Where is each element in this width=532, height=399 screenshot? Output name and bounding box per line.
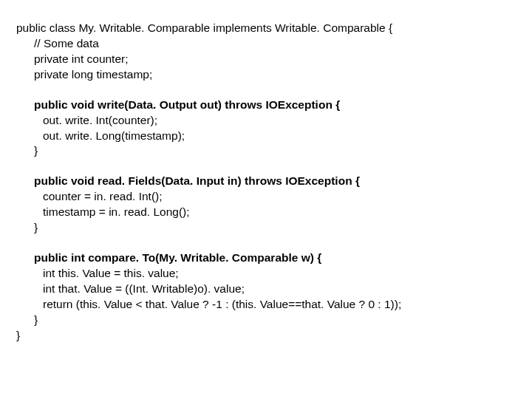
code-line: } [16,328,517,344]
blank-line [16,83,517,98]
blank-line [16,159,517,174]
code-line: out. write. Long(timestamp); [16,129,517,144]
code-line: out. write. Int(counter); [16,113,517,129]
blank-line [16,236,517,250]
code-line: // Some data [16,36,517,52]
code-line: private long timestamp; [16,67,517,83]
code-line: } [16,313,517,328]
code-line: return (this. Value < that. Value ? -1 :… [16,297,517,313]
code-line: int this. Value = this. value; [16,266,517,282]
code-slide: public class My. Writable. Comparable im… [0,0,532,358]
code-line: } [16,143,517,159]
code-line: counter = in. read. Int(); [16,189,517,205]
code-line: public void write(Data. Output out) thro… [16,98,517,113]
code-line: private int counter; [16,52,517,67]
code-line: int that. Value = ((Int. Writable)o). va… [16,282,517,297]
code-line: } [16,220,517,236]
code-line: timestamp = in. read. Long(); [16,205,517,220]
code-line: public class My. Writable. Comparable im… [16,21,517,36]
code-line: public int compare. To(My. Writable. Com… [16,250,517,266]
code-line: public void read. Fields(Data. Input in)… [16,174,517,189]
